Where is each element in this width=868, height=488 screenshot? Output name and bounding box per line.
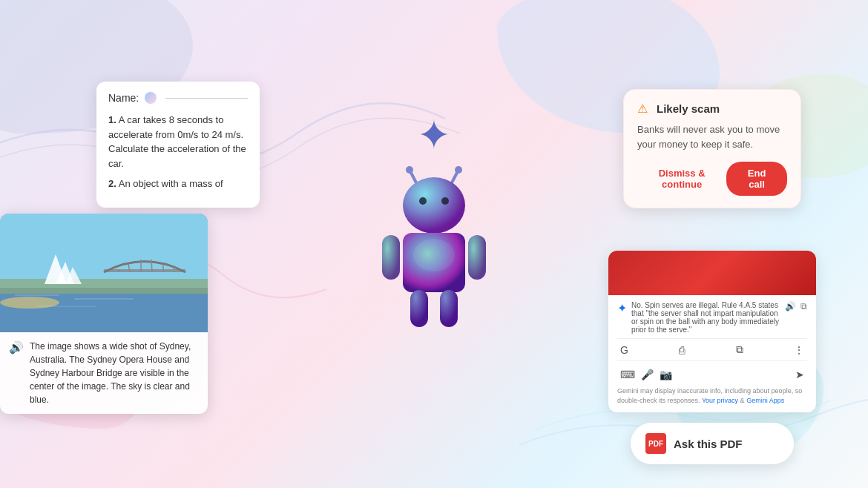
- privacy-link[interactable]: Your privacy: [702, 397, 738, 404]
- scam-alert-card: Likely scam Banks will never ask you to …: [623, 89, 801, 208]
- pdf-icon: PDF: [645, 433, 666, 454]
- scam-header: Likely scam: [637, 102, 787, 115]
- svg-point-12: [413, 239, 455, 271]
- svg-point-3: [455, 166, 462, 174]
- mic-icon[interactable]: 🎤: [641, 369, 654, 380]
- name-label: Name:: [108, 92, 139, 104]
- color-circle: [145, 92, 157, 104]
- chrome-footer-text: Gemini may display inaccurate info, incl…: [617, 386, 807, 405]
- question-2: 2. An object with a mass of: [108, 177, 248, 191]
- gemini-apps-link[interactable]: Gemini Apps: [746, 397, 784, 404]
- end-call-button[interactable]: End call: [726, 162, 787, 196]
- scam-actions: Dismiss & continue End call: [637, 162, 787, 196]
- svg-rect-19: [104, 269, 185, 272]
- keyboard-icon[interactable]: ⌨: [620, 369, 635, 380]
- svg-line-25: [174, 267, 174, 272]
- svg-line-23: [151, 260, 152, 272]
- svg-rect-14: [0, 288, 208, 332]
- chrome-toolbar: G ⎙ ⧉ ⋮: [617, 338, 807, 361]
- refresh-icon[interactable]: G: [620, 344, 628, 356]
- sydney-caption: 🔊 The image shows a wide shot of Sydney,…: [0, 332, 208, 414]
- audio-icon: 🔊: [785, 301, 796, 311]
- svg-rect-15: [0, 279, 208, 294]
- gemini-star-icon: [418, 118, 450, 151]
- question-1: 1. A car takes 8 seconds to accelerate f…: [108, 113, 248, 171]
- svg-rect-8: [382, 235, 400, 280]
- dismiss-button[interactable]: Dismiss & continue: [637, 168, 726, 190]
- chrome-card-image: [608, 251, 816, 295]
- warning-icon: [637, 102, 651, 115]
- external-link-icon: ⧉: [800, 301, 807, 311]
- homework-card: Name: 1. A car takes 8 seconds to accele…: [96, 82, 260, 208]
- ask-pdf-label: Ask this PDF: [674, 438, 743, 450]
- svg-point-2: [406, 166, 413, 174]
- share-icon[interactable]: ⎙: [679, 344, 685, 356]
- bottom-right-cards: ✦ No. Spin serves are illegal. Rule 4.A.…: [608, 251, 816, 444]
- content-layer: Name: 1. A car takes 8 seconds to accele…: [0, 0, 868, 488]
- svg-point-5: [419, 197, 427, 205]
- sydney-image-card: 🔊 The image shows a wide shot of Sydney,…: [0, 214, 208, 414]
- name-underline: [165, 98, 248, 99]
- sydney-caption-text: The image shows a wide shot of Sydney, A…: [30, 340, 199, 406]
- scam-body-text: Banks will never ask you to move your mo…: [637, 122, 787, 151]
- camera-icon[interactable]: 📷: [660, 369, 672, 380]
- scam-title: Likely scam: [657, 102, 720, 115]
- chrome-gemini-card: ✦ No. Spin serves are illegal. Rule 4.A.…: [608, 251, 816, 412]
- gemini-sparkle-icon: ✦: [617, 301, 627, 315]
- svg-point-6: [441, 197, 449, 205]
- svg-point-4: [403, 177, 465, 234]
- ask-pdf-card[interactable]: PDF Ask this PDF: [631, 423, 794, 464]
- send-icon[interactable]: ➤: [795, 369, 804, 380]
- copy-icon[interactable]: ⧉: [736, 343, 743, 356]
- sydney-scene-svg: [0, 214, 208, 332]
- name-row: Name:: [108, 92, 248, 104]
- svg-rect-10: [410, 290, 428, 327]
- more-icon[interactable]: ⋮: [794, 344, 804, 356]
- speaker-icon: 🔊: [9, 340, 24, 355]
- android-bot: [360, 155, 508, 333]
- svg-rect-9: [468, 235, 486, 280]
- chrome-body-text: No. Spin serves are illegal. Rule 4.A.5 …: [631, 301, 780, 334]
- svg-point-26: [0, 297, 59, 309]
- chrome-input-row: ⌨ 🎤 📷 ➤: [617, 366, 807, 383]
- sydney-image: [0, 214, 208, 332]
- svg-rect-11: [440, 290, 458, 327]
- android-body-svg: [360, 155, 508, 333]
